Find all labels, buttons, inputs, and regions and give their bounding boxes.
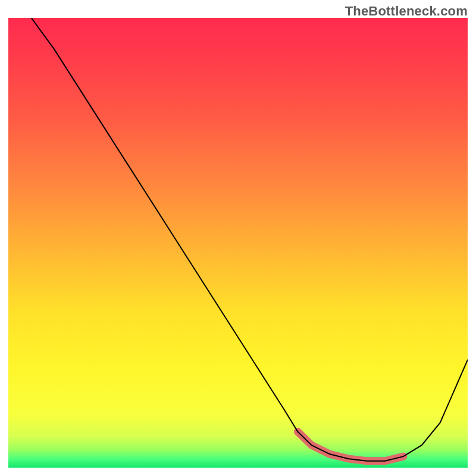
curve-main: [32, 18, 468, 461]
bottleneck-chart: TheBottleneck.com: [0, 0, 476, 476]
chart-overlay: [8, 18, 468, 468]
watermark-text: TheBottleneck.com: [345, 4, 468, 19]
plot-area: [8, 18, 468, 468]
